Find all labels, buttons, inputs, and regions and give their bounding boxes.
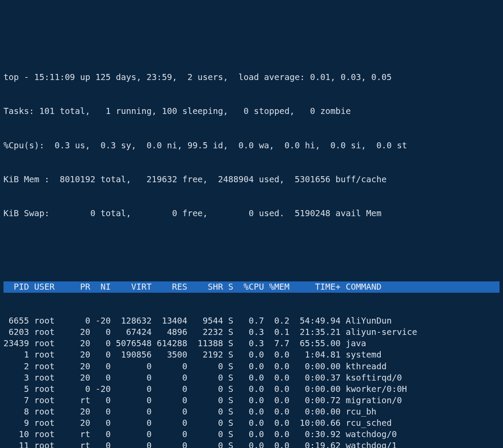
cell-virt: 0: [111, 361, 152, 372]
cell-cpu: 0.0: [233, 418, 264, 429]
cell-state: S: [223, 372, 233, 384]
process-row[interactable]: 3root200000S0.00.00:00.37ksoftirqd/0: [3, 372, 500, 384]
cell-pr: 20: [75, 349, 90, 361]
cell-ni: 0: [91, 361, 111, 372]
cell-virt: 0: [111, 384, 152, 395]
cell-mem: 0.0: [264, 361, 290, 372]
col-header-time[interactable]: TIME+: [289, 281, 340, 293]
cell-time: 65:55.00: [289, 338, 340, 349]
cell-time: 0:00.00: [289, 406, 340, 418]
cell-command: kworker/0:0H: [341, 384, 407, 395]
cell-res: 0: [151, 440, 187, 448]
cell-pid: 11: [3, 440, 29, 448]
cell-pid: 5: [3, 384, 29, 395]
process-row[interactable]: 10rootrt0000S0.00.00:30.92watchdog/0: [3, 429, 500, 440]
cell-user: root: [29, 418, 75, 429]
cell-pid: 3: [3, 372, 29, 384]
cell-command: watchdog/0: [341, 429, 397, 440]
col-header-command[interactable]: COMMAND: [341, 281, 382, 293]
col-header-cpu[interactable]: %CPU: [233, 281, 264, 293]
cell-command: rcu_sched: [341, 418, 392, 429]
process-row[interactable]: 6655root0-20128632134049544S0.70.254:49.…: [3, 315, 500, 327]
cell-mem: 0.2: [264, 315, 290, 327]
cell-time: 0:00.72: [289, 395, 340, 406]
cell-shr: 0: [188, 406, 223, 418]
col-header-state[interactable]: S: [223, 281, 233, 293]
cell-virt: 128632: [111, 315, 152, 327]
cell-res: 0: [151, 395, 187, 406]
cell-user: root: [29, 349, 75, 361]
top-swap-line: KiB Swap: 0 total, 0 free, 0 used. 51902…: [3, 208, 500, 219]
process-row[interactable]: 2root200000S0.00.00:00.00kthreadd: [3, 361, 500, 372]
cell-state: S: [223, 361, 233, 372]
cell-virt: 0: [111, 372, 152, 384]
col-header-mem[interactable]: %MEM: [264, 281, 290, 293]
cell-res: 13404: [151, 315, 187, 327]
cell-shr: 0: [188, 418, 223, 429]
process-row[interactable]: 8root200000S0.00.00:00.00rcu_bh: [3, 406, 500, 418]
cell-virt: 67424: [111, 327, 152, 338]
cell-cpu: 0.0: [233, 395, 264, 406]
process-table-body: 6655root0-20128632134049544S0.70.254:49.…: [3, 315, 500, 448]
cell-state: S: [223, 406, 233, 418]
process-row[interactable]: 7rootrt0000S0.00.00:00.72migration/0: [3, 395, 500, 406]
cell-cpu: 0.0: [233, 384, 264, 395]
cell-res: 0: [151, 418, 187, 429]
cell-shr: 9544: [188, 315, 223, 327]
cell-mem: 0.0: [264, 349, 290, 361]
top-uptime-line: top - 15:11:09 up 125 days, 23:59, 2 use…: [3, 72, 500, 83]
cell-ni: 0: [91, 327, 111, 338]
top-cpu-line: %Cpu(s): 0.3 us, 0.3 sy, 0.0 ni, 99.5 id…: [3, 140, 500, 151]
cell-pid: 8: [3, 406, 29, 418]
cell-shr: 0: [188, 395, 223, 406]
cell-time: 0:00.37: [289, 372, 340, 384]
process-row[interactable]: 23439root200507654861428811388S0.37.765:…: [3, 338, 500, 349]
process-row[interactable]: 5root0-20000S0.00.00:00.00kworker/0:0H: [3, 384, 500, 395]
col-header-pid[interactable]: PID: [3, 281, 29, 293]
process-row[interactable]: 11rootrt0000S0.00.00:19.62watchdog/1: [3, 440, 500, 448]
col-header-ni[interactable]: NI: [91, 281, 111, 293]
cell-time: 0:30.92: [289, 429, 340, 440]
cell-pr: 20: [75, 327, 90, 338]
top-mem-line: KiB Mem : 8010192 total, 219632 free, 24…: [3, 174, 500, 185]
cell-res: 0: [151, 361, 187, 372]
cell-command: systemd: [341, 349, 382, 361]
cell-mem: 0.0: [264, 429, 290, 440]
cell-user: root: [29, 429, 75, 440]
cell-ni: 0: [91, 372, 111, 384]
cell-mem: 0.0: [264, 395, 290, 406]
col-header-user[interactable]: USER: [29, 281, 75, 293]
cell-shr: 0: [188, 429, 223, 440]
cell-user: root: [29, 406, 75, 418]
process-row[interactable]: 6203root2006742448962232S0.30.121:35.21a…: [3, 327, 500, 338]
col-header-virt[interactable]: VIRT: [111, 281, 152, 293]
cell-state: S: [223, 395, 233, 406]
cell-pid: 9: [3, 418, 29, 429]
col-header-pr[interactable]: PR: [75, 281, 90, 293]
col-header-res[interactable]: RES: [151, 281, 187, 293]
cell-res: 0: [151, 372, 187, 384]
cell-time: 21:35.21: [289, 327, 340, 338]
cell-pid: 2: [3, 361, 29, 372]
cell-shr: 0: [188, 440, 223, 448]
cell-command: rcu_bh: [341, 406, 376, 418]
process-table-header[interactable]: PIDUSERPRNIVIRTRESSHRS%CPU%MEMTIME+COMMA…: [3, 281, 500, 293]
cell-time: 0:00.00: [289, 384, 340, 395]
cell-cpu: 0.7: [233, 315, 264, 327]
cell-user: root: [29, 395, 75, 406]
cell-mem: 0.0: [264, 440, 290, 448]
col-header-shr[interactable]: SHR: [188, 281, 223, 293]
process-row[interactable]: 9root200000S0.00.010:00.66rcu_sched: [3, 418, 500, 429]
cell-ni: -20: [91, 315, 111, 327]
cell-ni: 0: [91, 395, 111, 406]
cell-user: root: [29, 372, 75, 384]
cell-shr: 2192: [188, 349, 223, 361]
cell-state: S: [223, 429, 233, 440]
cell-ni: 0: [91, 349, 111, 361]
cell-state: S: [223, 338, 233, 349]
process-row[interactable]: 1root20019085635002192S0.00.01:04.81syst…: [3, 349, 500, 361]
cell-virt: 0: [111, 440, 152, 448]
cell-cpu: 0.3: [233, 338, 264, 349]
cell-virt: 0: [111, 395, 152, 406]
cell-command: AliYunDun: [341, 315, 392, 327]
